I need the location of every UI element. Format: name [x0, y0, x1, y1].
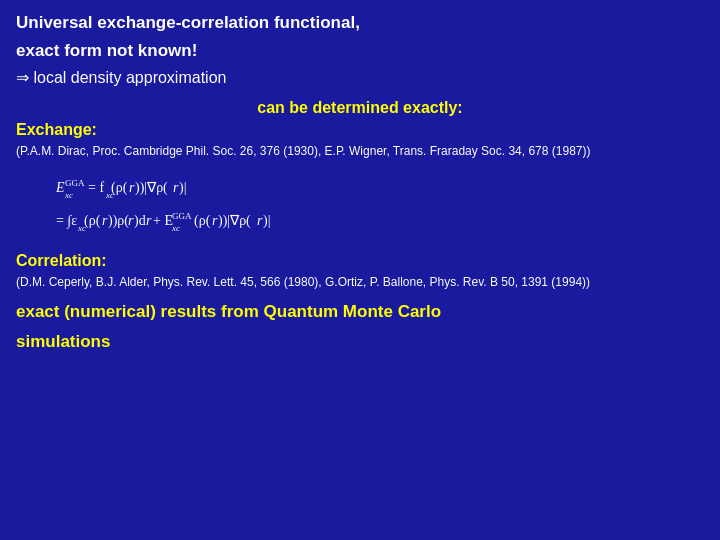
centered-text: can be determined exactly:: [257, 99, 462, 116]
svg-text:(ρ(: (ρ(: [84, 213, 101, 229]
formula-svg: E xc GGA = f xc (ρ( r ))|∇ρ( r )| = ∫ε x…: [56, 170, 536, 240]
svg-text:r: r: [146, 213, 152, 228]
page-container: Universal exchange-correlation functiona…: [0, 0, 720, 540]
centered-line: can be determined exactly:: [16, 99, 704, 117]
svg-text:)|: )|: [263, 213, 270, 229]
svg-text:(ρ(: (ρ(: [194, 213, 211, 229]
title-text-1: Universal exchange-correlation functiona…: [16, 13, 360, 32]
svg-text:= f: = f: [88, 180, 104, 195]
correlation-label: Correlation:: [16, 252, 704, 270]
svg-text:xc: xc: [171, 223, 180, 233]
exchange-ref-text: (P.A.M. Dirac, Proc. Cambridge Phil. Soc…: [16, 144, 591, 158]
exchange-label: Exchange:: [16, 121, 704, 139]
bottom-line1: exact (numerical) results from Quantum M…: [16, 301, 704, 323]
svg-text:(ρ(: (ρ(: [111, 180, 128, 196]
svg-text:GGA: GGA: [65, 178, 85, 188]
svg-text:+ E: + E: [153, 213, 173, 228]
correlation-reference: (D.M. Ceperly, B.J. Alder, Phys. Rev. Le…: [16, 274, 704, 291]
svg-text:E: E: [56, 180, 65, 195]
exchange-label-text: Exchange:: [16, 121, 97, 138]
svg-text:))ρ(: ))ρ(: [108, 213, 129, 229]
exchange-reference: (P.A.M. Dirac, Proc. Cambridge Phil. Soc…: [16, 143, 704, 160]
title-line1: Universal exchange-correlation functiona…: [16, 12, 704, 34]
bottom-text-2: simulations: [16, 332, 110, 351]
svg-text:))|∇ρ(: ))|∇ρ(: [218, 213, 251, 229]
correlation-ref-text: (D.M. Ceperly, B.J. Alder, Phys. Rev. Le…: [16, 275, 590, 289]
arrow-text: ⇒ local density approximation: [16, 68, 226, 87]
svg-text:)|: )|: [179, 180, 186, 196]
bottom-line2: simulations: [16, 331, 704, 353]
title-text-2: exact form not known!: [16, 41, 197, 60]
bottom-text-1: exact (numerical) results from Quantum M…: [16, 302, 441, 321]
svg-text:xc: xc: [64, 190, 73, 200]
svg-text:))|∇ρ(: ))|∇ρ(: [135, 180, 168, 196]
svg-text:)d: )d: [134, 213, 146, 229]
title-line2: exact form not known!: [16, 40, 704, 62]
correlation-label-text: Correlation:: [16, 252, 107, 269]
svg-text:= ∫ε: = ∫ε: [56, 213, 77, 229]
arrow-line: ⇒ local density approximation: [16, 68, 704, 87]
svg-text:GGA: GGA: [172, 211, 192, 221]
